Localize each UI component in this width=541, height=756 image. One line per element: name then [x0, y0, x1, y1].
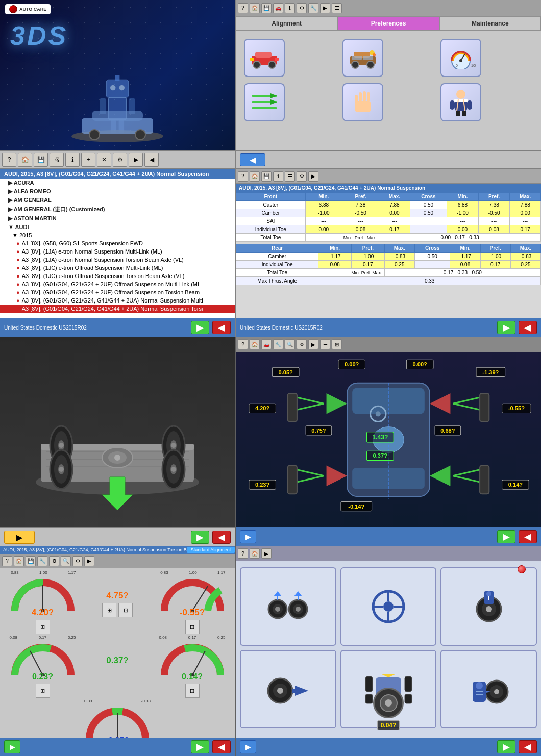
pref-gauge-btn[interactable]: 0 100 — [440, 39, 481, 77]
gauge-back[interactable]: ◀ — [212, 740, 231, 753]
gauge-tool[interactable]: 🔧 — [37, 556, 47, 566]
gauge-wrench[interactable]: ⚙ — [49, 556, 59, 566]
gauge-zoom[interactable]: 🔍 — [61, 556, 71, 566]
prefs-next[interactable]: ▶ — [320, 3, 330, 13]
live-home[interactable]: 🏠 — [250, 339, 260, 349]
calib-next[interactable]: ▶ — [497, 740, 515, 753]
live-list[interactable]: ☰ — [320, 339, 330, 349]
back-arrow[interactable]: ◀ — [212, 321, 231, 334]
tab-alignment[interactable]: Alignment — [236, 16, 337, 31]
list-item[interactable]: ●A3 [8V], (1JC) e-tron Offroad Suspensio… — [0, 272, 235, 280]
list-item[interactable]: ●A3 [8V], (G01/G04, G21/G24 + 2UF) Offro… — [0, 280, 235, 288]
pref-car-red-btn[interactable] — [244, 39, 285, 77]
live-tool[interactable]: 🔧 — [273, 339, 283, 349]
specs-info[interactable]: ℹ — [273, 171, 283, 182]
live-zoom[interactable]: 🔍 — [285, 339, 295, 349]
gauge-next[interactable]: ▶ — [84, 556, 94, 566]
list-item[interactable]: ●A3 [8V], (1JA) e-tron Normal Suspension… — [0, 247, 235, 256]
prefs-back-nav[interactable]: ◀ — [240, 153, 265, 166]
pref-car-color-btn[interactable] — [342, 39, 383, 77]
close-btn[interactable]: ✕ — [97, 153, 111, 167]
specs-next[interactable]: ▶ — [497, 321, 515, 334]
save-btn[interactable]: 💾 — [34, 153, 48, 167]
calib-back[interactable]: ◀ — [519, 740, 537, 753]
list-item[interactable]: ●A1 [8X], (G58, G60) S1 Sports Suspensio… — [0, 239, 235, 247]
list-item-audi[interactable]: ▼ AUDI — [0, 223, 235, 231]
wheel-forward-btn[interactable]: ▶ — [4, 531, 35, 544]
specs-back[interactable]: ◀ — [519, 321, 537, 334]
live-back-arrow[interactable]: ◀ — [519, 530, 537, 543]
gauge-next[interactable]: ▶ — [191, 740, 209, 753]
prefs-list[interactable]: ☰ — [332, 3, 342, 13]
calib-wheel-arrow-btn[interactable] — [240, 650, 336, 728]
prefs-home[interactable]: 🏠 — [250, 3, 260, 13]
calib-next[interactable]: ▶ — [261, 548, 272, 559]
specs-save[interactable]: 💾 — [261, 171, 272, 182]
list-item[interactable]: ▶ ALFA ROMEO — [0, 187, 235, 196]
list-item[interactable]: ●A3 [8V], (1JA) e-tron Normal Suspension… — [0, 256, 235, 264]
list-item[interactable]: ●A3 [8V], (1JC) e-tron Offroad Suspensio… — [0, 264, 235, 272]
live-next[interactable]: ▶ — [308, 339, 318, 349]
prefs-settings2[interactable]: 🔧 — [308, 3, 318, 13]
list-item[interactable]: ▶ AM GENERAL (进口) (Customized) — [0, 205, 235, 214]
gauge-save[interactable]: 💾 — [26, 556, 36, 566]
center-icon1[interactable]: ⊞ — [102, 603, 116, 617]
list-item-year[interactable]: ▼ 2015 — [0, 231, 235, 239]
wheel-back[interactable]: ◀ — [212, 531, 231, 544]
next-btn[interactable]: ▶ — [129, 153, 143, 167]
pref-person-btn[interactable] — [440, 83, 481, 121]
wheel-next[interactable]: ▶ — [191, 531, 209, 544]
specs-list[interactable]: ☰ — [285, 171, 295, 182]
prefs-car[interactable]: 🚗 — [273, 3, 283, 13]
specs-gear[interactable]: ⚙ — [297, 171, 307, 182]
calib-help[interactable]: ? — [238, 548, 248, 559]
specs-help[interactable]: ? — [238, 171, 248, 182]
gauge-help[interactable]: ? — [2, 556, 12, 566]
live-help[interactable]: ? — [238, 339, 248, 349]
pref-hand-btn[interactable] — [342, 83, 383, 121]
list-item[interactable]: ●A3 [8V], (G01/G04, G21/G24, G41/G44 + 2… — [0, 296, 235, 305]
live-car[interactable]: 🚗 — [261, 339, 272, 349]
calib-proceed[interactable]: ▶ — [240, 740, 256, 753]
back-btn[interactable]: ◀ — [144, 153, 159, 167]
gauge-proceed-btn[interactable]: ▶ — [4, 740, 20, 753]
calib-hub-btn[interactable] — [440, 567, 537, 646]
gauge-home[interactable]: 🏠 — [14, 556, 24, 566]
print-btn[interactable]: 🖨 — [50, 153, 64, 167]
list-item[interactable]: ●A3 [8V], (G01/G04, G21/G24 + 2UF) Offro… — [0, 288, 235, 296]
rl-icon-btn[interactable]: ⊞ — [36, 684, 50, 698]
list-item[interactable]: ▶ ASTON MARTIN — [0, 214, 235, 223]
calib-steering-btn[interactable] — [340, 567, 437, 646]
live-forward[interactable]: ▶ — [240, 530, 256, 543]
pref-align-btn[interactable] — [244, 83, 285, 121]
prefs-help[interactable]: ? — [238, 3, 248, 13]
rr-icon-btn[interactable]: ⊞ — [185, 684, 200, 698]
prefs-save[interactable]: 💾 — [261, 3, 272, 13]
fr-icon-btn[interactable]: ⊞ — [185, 620, 200, 634]
live-next-arrow[interactable]: ▶ — [497, 530, 515, 543]
list-item-selected[interactable]: ●A3 [8V], (G01/G04, G21/G24, G41/G44 + 2… — [0, 305, 235, 313]
live-more[interactable]: ⊞ — [332, 339, 342, 349]
add-btn[interactable]: + — [81, 153, 95, 167]
fl-icon-btn[interactable]: ⊞ — [36, 620, 50, 634]
standard-alignment-tab[interactable]: Standard Alignment — [187, 547, 235, 553]
center-icon2[interactable]: ⊡ — [118, 603, 133, 617]
tab-maintenance[interactable]: Maintenance — [439, 16, 541, 31]
list-item[interactable]: ▶ AM GENERAL — [0, 196, 235, 205]
live-gear[interactable]: ⚙ — [297, 339, 307, 349]
settings-btn[interactable]: ⚙ — [113, 153, 127, 167]
list-item[interactable]: ▶ ACURA — [0, 179, 235, 187]
gauge-gear[interactable]: ⚙ — [72, 556, 83, 566]
home-btn[interactable]: 🏠 — [18, 153, 32, 167]
specs-next[interactable]: ▶ — [308, 171, 318, 182]
calib-sensors-btn[interactable] — [240, 567, 336, 646]
next-arrow[interactable]: ▶ — [191, 321, 209, 334]
prefs-gear[interactable]: ⚙ — [297, 3, 307, 13]
specs-home[interactable]: 🏠 — [250, 171, 260, 182]
help-btn[interactable]: ? — [2, 153, 16, 167]
calib-home[interactable]: 🏠 — [250, 548, 260, 559]
info-btn[interactable]: ℹ — [65, 153, 80, 167]
calib-sensor-mount-btn[interactable] — [440, 650, 537, 728]
prefs-info[interactable]: ℹ — [285, 3, 295, 13]
tab-preferences[interactable]: Preferences — [337, 16, 439, 31]
